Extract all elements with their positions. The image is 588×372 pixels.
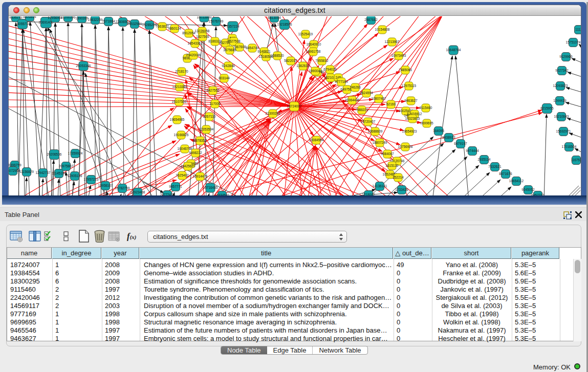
svg-text:15720407: 15720407 xyxy=(361,120,376,123)
svg-text:252214: 252214 xyxy=(393,176,404,179)
svg-text:12975115: 12975115 xyxy=(402,84,417,87)
svg-text:1362615: 1362615 xyxy=(296,64,310,68)
svg-text:9242848: 9242848 xyxy=(222,64,235,68)
svg-text:8336273: 8336273 xyxy=(9,16,23,19)
svg-text:10648784: 10648784 xyxy=(446,48,461,52)
svg-text:16033809: 16033809 xyxy=(197,16,212,19)
svg-text:16210643: 16210643 xyxy=(554,115,569,118)
svg-text:7986372: 7986372 xyxy=(355,108,368,112)
svg-text:11145194: 11145194 xyxy=(52,171,66,175)
svg-text:746266: 746266 xyxy=(350,85,361,89)
svg-text:8912954: 8912954 xyxy=(182,31,195,35)
svg-text:8878352: 8878352 xyxy=(193,139,207,142)
svg-text:2718170: 2718170 xyxy=(175,70,188,73)
svg-text:15076749: 15076749 xyxy=(209,19,224,23)
svg-text:8215955: 8215955 xyxy=(540,106,554,110)
svg-text:7632621: 7632621 xyxy=(488,165,502,168)
svg-text:3267110: 3267110 xyxy=(203,115,216,118)
svg-text:19832259: 19832259 xyxy=(88,18,103,21)
svg-text:12923468: 12923468 xyxy=(130,190,145,194)
svg-text:19218506: 19218506 xyxy=(277,23,292,26)
svg-text:7625402: 7625402 xyxy=(176,173,189,177)
svg-text:5822037: 5822037 xyxy=(284,59,297,62)
svg-text:2887682: 2887682 xyxy=(364,18,378,21)
svg-text:9457771: 9457771 xyxy=(169,185,182,188)
svg-text:15716485: 15716485 xyxy=(203,186,218,189)
svg-text:8454749: 8454749 xyxy=(246,46,259,50)
svg-text:117006: 117006 xyxy=(209,102,221,105)
svg-text:10154808: 10154808 xyxy=(375,28,390,31)
svg-text:7357224: 7357224 xyxy=(226,25,239,28)
svg-text:8938923: 8938923 xyxy=(442,136,455,139)
svg-text:9498222: 9498222 xyxy=(189,151,202,155)
svg-text:9474444: 9474444 xyxy=(466,149,479,152)
svg-text:9227342: 9227342 xyxy=(555,69,569,72)
svg-text:14055714: 14055714 xyxy=(15,22,30,26)
svg-text:19285201: 19285201 xyxy=(142,23,157,27)
svg-text:21200396: 21200396 xyxy=(61,16,76,19)
svg-text:19654985: 19654985 xyxy=(170,118,185,121)
svg-text:17016504: 17016504 xyxy=(562,145,577,148)
svg-text:8806804: 8806804 xyxy=(23,16,36,18)
svg-text:164095: 164095 xyxy=(433,129,444,133)
svg-text:20206536: 20206536 xyxy=(47,152,62,156)
svg-text:12942737: 12942737 xyxy=(36,171,51,174)
svg-text:7955812: 7955812 xyxy=(315,59,329,62)
svg-text:9115460: 9115460 xyxy=(420,106,432,110)
svg-text:7485063: 7485063 xyxy=(399,68,412,72)
svg-text:9527508: 9527508 xyxy=(227,39,241,43)
svg-text:11525419: 11525419 xyxy=(298,32,313,36)
svg-text:19166825: 19166825 xyxy=(174,133,189,137)
svg-text:9245052: 9245052 xyxy=(521,188,535,191)
svg-text:15692971: 15692971 xyxy=(556,129,571,133)
svg-text:8427552: 8427552 xyxy=(206,89,220,92)
svg-text:16107553: 16107553 xyxy=(172,100,187,103)
svg-text:1615132: 1615132 xyxy=(385,164,399,167)
svg-text:13226058: 13226058 xyxy=(195,29,210,33)
svg-text:16961758: 16961758 xyxy=(306,50,321,53)
svg-text:6479197: 6479197 xyxy=(454,142,467,145)
svg-text:18807249: 18807249 xyxy=(373,141,387,144)
svg-text:20364436: 20364436 xyxy=(345,98,360,102)
svg-text:23420046: 23420046 xyxy=(186,53,201,57)
svg-text:2935114: 2935114 xyxy=(478,158,491,161)
svg-text:9463627: 9463627 xyxy=(404,99,418,102)
svg-text:10973493: 10973493 xyxy=(391,54,406,57)
svg-text:9860124: 9860124 xyxy=(168,27,181,30)
svg-text:10323815: 10323815 xyxy=(405,117,420,120)
svg-text:15751074: 15751074 xyxy=(566,40,581,44)
svg-text:7671884: 7671884 xyxy=(102,19,115,23)
svg-text:12353594: 12353594 xyxy=(199,127,214,131)
svg-text:16046798: 16046798 xyxy=(178,147,192,150)
svg-text:24532561: 24532561 xyxy=(127,22,142,26)
svg-text:19654923: 19654923 xyxy=(402,129,417,133)
svg-text:12213389: 12213389 xyxy=(172,85,187,89)
svg-text:1588520: 1588520 xyxy=(271,54,284,57)
svg-text:9084067: 9084067 xyxy=(381,152,394,156)
svg-text:1112: 1112 xyxy=(575,28,581,31)
svg-text:16640910: 16640910 xyxy=(307,42,321,46)
svg-text:14136141: 14136141 xyxy=(373,184,387,188)
svg-text:17359924: 17359924 xyxy=(68,151,83,155)
svg-text:0699695: 0699695 xyxy=(420,121,433,125)
svg-text:11156829: 11156829 xyxy=(19,170,34,173)
svg-text:10807487: 10807487 xyxy=(372,97,386,100)
svg-text:9129966: 9129966 xyxy=(559,55,573,58)
svg-text:8813054: 8813054 xyxy=(268,16,281,19)
svg-text:24425670: 24425670 xyxy=(181,164,195,168)
svg-text:8471676: 8471676 xyxy=(499,172,512,176)
svg-text:1990044: 1990044 xyxy=(309,69,322,73)
svg-text:62160: 62160 xyxy=(386,102,396,106)
svg-text:10756928: 10756928 xyxy=(398,145,413,148)
svg-text:21300293: 21300293 xyxy=(266,112,280,115)
svg-text:12213967: 12213967 xyxy=(385,40,400,43)
svg-text:1890399: 1890399 xyxy=(75,16,89,20)
svg-text:16782759: 16782759 xyxy=(115,186,130,190)
svg-text:16543362: 16543362 xyxy=(188,41,203,45)
svg-text:16072954: 16072954 xyxy=(9,169,20,172)
svg-text:1733426: 1733426 xyxy=(395,188,408,191)
svg-text:9777169: 9777169 xyxy=(335,80,348,83)
svg-text:7663822: 7663822 xyxy=(156,25,169,28)
svg-text:10688609: 10688609 xyxy=(368,129,383,133)
svg-text:26053346: 26053346 xyxy=(76,64,91,68)
